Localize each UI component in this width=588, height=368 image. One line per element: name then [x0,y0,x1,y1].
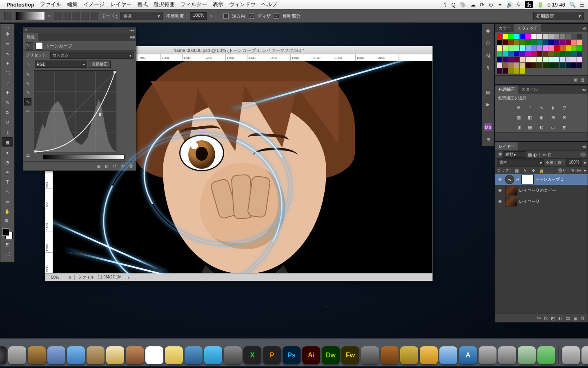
color-wheel-icon[interactable]: ◉ [484,27,492,35]
lasso-tool[interactable]: ∿ [2,49,13,58]
menu-edit[interactable]: 編集 [67,1,78,8]
menu-help[interactable]: ヘルプ [261,1,277,8]
gradient-preview[interactable] [16,12,45,20]
dock-calendar[interactable]: 4 [145,346,163,364]
swatch[interactable] [520,63,525,68]
dock-app-j[interactable] [498,346,516,364]
timemachine-icon[interactable]: ⏲ [488,2,494,8]
swatch[interactable] [543,45,548,51]
swatch[interactable] [514,45,519,51]
lock-pos-icon[interactable]: ✥ [530,168,536,173]
swatch[interactable] [577,51,582,56]
swatch[interactable] [548,34,554,39]
adj-map-icon[interactable]: ▭ [549,124,557,130]
swatch[interactable] [514,57,519,62]
menu-type[interactable]: 書式 [137,1,148,8]
swatch[interactable] [508,57,514,62]
swatch[interactable] [526,63,531,68]
swatch[interactable] [560,63,565,68]
swatch[interactable] [520,40,525,45]
dock-messages[interactable] [204,346,222,364]
layer-filter-kind[interactable]: 種類 ▾ [503,151,526,158]
layer-row[interactable]: 👁 レイヤー 0 [495,196,588,207]
swatch[interactable] [526,45,531,51]
ime-icon[interactable]: あ [525,1,533,8]
spotlight-icon[interactable]: 🔍 [569,2,576,8]
gradient-radial[interactable] [63,12,71,20]
swatch[interactable] [526,34,531,39]
sampler-shadow[interactable]: ✎ [24,71,31,78]
view-prev-icon[interactable]: ◐ [105,164,109,169]
properties-tab[interactable]: 属性 [23,33,38,41]
fg-bg-swatch[interactable] [2,229,13,239]
dock-app-f[interactable]: P [263,346,281,364]
swatch[interactable] [503,34,508,39]
swatch[interactable] [508,51,514,56]
dock-appstore[interactable]: A [459,346,477,364]
hand-tool[interactable]: ✋ [2,207,13,216]
panel-menu-icon[interactable]: ▾≡ [581,85,588,94]
filter-shape-icon[interactable]: ▭ [543,153,546,157]
swatch[interactable] [543,34,548,39]
swatch[interactable] [537,34,542,39]
move-tool[interactable]: ✥ [2,29,13,38]
swatch[interactable] [566,45,571,51]
dock-evernote[interactable] [537,346,555,364]
swatch[interactable] [571,51,577,56]
menu-window[interactable]: ウィンドウ [229,1,256,8]
opacity-input[interactable]: 100% [190,12,207,20]
gradient-linear[interactable] [54,12,62,20]
auto-button[interactable]: 自動補正 [89,61,111,68]
brush-tool[interactable]: ✎ [2,98,13,107]
dock-mail[interactable] [67,346,85,364]
finger-icon[interactable]: ☞ [26,62,33,67]
swatch[interactable] [514,34,519,39]
trans-check[interactable] [274,13,279,19]
swatch[interactable] [577,63,582,68]
panel-menu-icon[interactable]: ▾≡ [129,35,136,40]
quickmask-toggle[interactable]: ◩ [2,240,13,249]
new-swatch-icon[interactable]: ▣ [573,77,577,83]
swatch[interactable] [497,40,502,45]
eraser-tool[interactable]: ◫ [2,128,13,137]
dock-iphoto[interactable] [420,346,438,364]
swatch[interactable] [571,63,577,68]
swatch[interactable] [566,57,571,62]
swatch[interactable] [566,40,571,45]
curves-graph[interactable] [34,70,116,153]
swatch[interactable] [497,51,502,56]
layers-tab[interactable]: レイヤー [495,142,518,150]
swatch[interactable] [554,34,559,39]
panel-close-bar[interactable]: ×◂◂ [23,27,136,33]
layer-name[interactable]: レイヤー 0 のコピー [519,188,556,193]
swatch[interactable] [497,68,502,74]
swatch[interactable] [537,45,542,51]
trash-icon[interactable]: 🗑 [129,164,134,168]
dock-photoshop[interactable]: Ps [283,346,301,364]
adj-lookup-icon[interactable]: ⊡ [561,114,568,121]
filter-pixel-icon[interactable]: ▦ [528,153,532,157]
swatch[interactable] [497,45,502,51]
lock-all-icon[interactable]: 🔒 [539,168,544,173]
swatch[interactable] [543,51,548,56]
adj-vibrance-icon[interactable]: ▽ [561,104,568,111]
tooltab-char-icon[interactable]: A| [484,51,492,59]
swatch[interactable] [531,51,537,56]
lock-pixel-icon[interactable]: ✎ [522,168,528,173]
volume-icon[interactable]: 🔊 [506,2,513,8]
swatch[interactable] [560,40,565,45]
layer-opacity-input[interactable]: 100% [566,159,582,166]
trash-icon[interactable]: 🗑 [581,77,585,82]
panel-menu-icon[interactable]: ▾≡ [581,142,588,150]
swatch[interactable] [560,34,565,39]
swatch[interactable] [503,57,508,62]
input-gradient[interactable] [43,155,125,159]
wand-tool[interactable]: ✦ [2,59,13,68]
styles-tab[interactable]: スタイル [518,85,541,94]
status-icon[interactable]: ⊕ [65,275,75,280]
heal-tool[interactable]: ✚ [2,88,13,97]
history-brush-tool[interactable]: ↺ [2,118,13,127]
mask-thumb[interactable] [521,175,534,184]
menu-image[interactable]: イメージ [83,1,105,8]
adj-invert-icon[interactable]: ◨ [515,124,522,130]
